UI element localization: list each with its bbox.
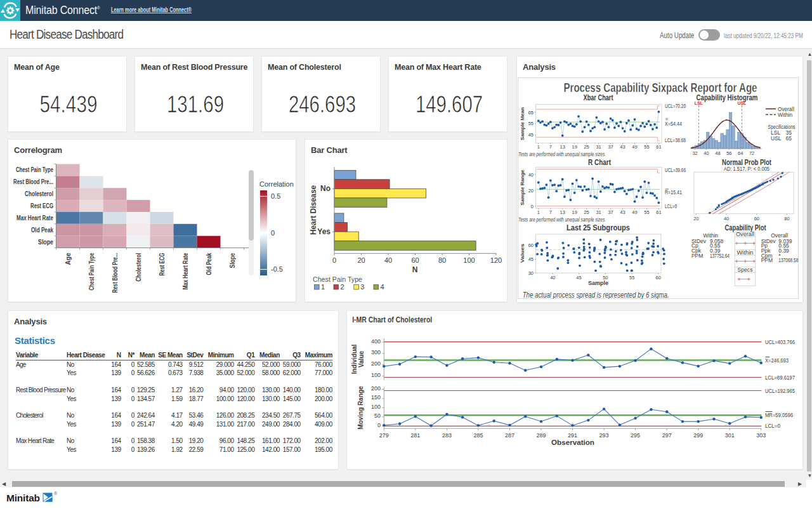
svg-text:32: 32	[692, 150, 697, 156]
svg-text:UCL=192.965: UCL=192.965	[765, 388, 795, 394]
svg-text:43: 43	[620, 144, 625, 150]
svg-text:Specs: Specs	[738, 267, 753, 273]
svg-text:Chest Pain Type: Chest Pain Type	[313, 275, 362, 283]
svg-text:1: 1	[537, 144, 540, 150]
svg-text:301: 301	[725, 432, 735, 439]
svg-text:Values: Values	[520, 243, 525, 263]
svg-text:Yes: Yes	[317, 227, 331, 236]
svg-text:281: 281	[410, 432, 420, 439]
svg-text:0.5: 0.5	[271, 192, 280, 200]
svg-text:20: 20	[693, 216, 698, 221]
svg-text:LCL=0: LCL=0	[665, 203, 677, 209]
svg-text:-0.5: -0.5	[271, 265, 283, 273]
svg-text:45: 45	[576, 275, 581, 281]
svg-text:293: 293	[599, 432, 609, 439]
svg-text:60: 60	[656, 275, 661, 281]
svg-text:Value: Value	[358, 351, 365, 368]
svg-text:LCL=89.6197: LCL=89.6197	[765, 374, 795, 381]
svg-text:7: 7	[549, 144, 552, 150]
svg-text:1: 1	[537, 209, 540, 215]
svg-text:279: 279	[379, 432, 389, 439]
svg-text:246.693: 246.693	[289, 91, 356, 117]
svg-text:AD: 1.517, P: < 0.005: AD: 1.517, P: < 0.005	[724, 166, 769, 172]
svg-text:131.69: 131.69	[167, 91, 224, 117]
svg-text:Sample Mean: Sample Mean	[520, 107, 525, 140]
svg-text:Old Peak: Old Peak	[205, 253, 213, 275]
svg-text:40: 40	[528, 172, 534, 178]
svg-text:55: 55	[644, 144, 649, 150]
svg-text:40: 40	[550, 275, 555, 281]
svg-text:40: 40	[724, 216, 729, 221]
svg-text:43: 43	[620, 209, 625, 215]
svg-text:37: 37	[608, 144, 613, 150]
svg-text:Within: Within	[737, 249, 754, 256]
svg-text:55: 55	[528, 121, 534, 126]
svg-text:200: 200	[371, 385, 381, 392]
svg-text:Moving Range: Moving Range	[357, 386, 364, 430]
svg-text:Age: Age	[64, 253, 72, 265]
svg-text:UCL=39.66: UCL=39.66	[665, 167, 686, 173]
svg-text:299: 299	[693, 432, 703, 439]
svg-text:120: 120	[490, 256, 502, 264]
svg-text:20: 20	[357, 256, 365, 264]
svg-text:No: No	[320, 184, 331, 193]
svg-text:137752.64: 137752.64	[710, 253, 730, 259]
svg-text:56: 56	[726, 150, 731, 156]
svg-text:289: 289	[536, 432, 546, 439]
svg-text:R=15.41: R=15.41	[665, 189, 682, 195]
svg-text:Process Capability Sixpack Rep: Process Capability Sixpack Report for Ag…	[564, 81, 757, 95]
svg-text:13: 13	[560, 209, 565, 215]
svg-text:0: 0	[271, 229, 275, 237]
svg-text:Chest Pain Type: Chest Pain Type	[16, 166, 53, 173]
svg-text:Slope: Slope	[228, 253, 236, 268]
svg-text:65: 65	[528, 110, 534, 116]
svg-text:MR=59.0596: MR=59.0596	[765, 412, 793, 418]
svg-text:Max Heart Rate: Max Heart Rate	[181, 253, 189, 290]
svg-text:Rest ECG: Rest ECG	[30, 202, 53, 209]
svg-text:Rest ECG: Rest ECG	[158, 253, 166, 276]
svg-text:137068.58: 137068.58	[778, 257, 798, 263]
svg-text:149.607: 149.607	[416, 91, 483, 117]
svg-text:297: 297	[662, 432, 672, 439]
svg-text:283: 283	[442, 432, 452, 439]
svg-text:80: 80	[438, 256, 446, 264]
svg-text:I-MR Chart of Cholesterol: I-MR Chart of Cholesterol	[352, 315, 432, 324]
svg-text:4: 4	[381, 283, 384, 291]
svg-text:Slope: Slope	[38, 238, 53, 246]
svg-text:54.439: 54.439	[40, 91, 98, 117]
svg-text:60: 60	[528, 242, 534, 248]
svg-text:400: 400	[371, 338, 381, 345]
svg-text:49: 49	[632, 209, 637, 215]
svg-text:0: 0	[377, 422, 381, 428]
svg-text:100: 100	[371, 372, 381, 378]
svg-text:295: 295	[631, 432, 640, 439]
svg-text:0: 0	[332, 256, 336, 264]
svg-text:Capability Histogram: Capability Histogram	[697, 93, 758, 102]
svg-text:Max Heart Rate: Max Heart Rate	[16, 214, 53, 221]
svg-text:45: 45	[528, 256, 534, 262]
svg-text:60: 60	[754, 216, 759, 221]
svg-text:UCL=403.766: UCL=403.766	[765, 339, 795, 345]
svg-text:200: 200	[371, 360, 381, 367]
svg-text:30: 30	[528, 270, 534, 276]
svg-text:60: 60	[411, 256, 419, 264]
svg-text:PPM: PPM	[761, 257, 773, 263]
svg-text:65: 65	[786, 135, 792, 142]
svg-text:UCL=70.20: UCL=70.20	[665, 103, 686, 109]
svg-text:Sample Range: Sample Range	[520, 169, 525, 206]
svg-text:291: 291	[568, 432, 577, 439]
svg-text:Sample: Sample	[588, 280, 608, 286]
svg-text:The actual process spread is r: The actual process spread is represented…	[523, 291, 669, 300]
svg-text:R Chart: R Chart	[588, 158, 612, 167]
svg-text:55: 55	[644, 209, 649, 215]
svg-text:X=246.693: X=246.693	[765, 357, 789, 364]
svg-text:13: 13	[560, 144, 565, 150]
svg-text:Overall: Overall	[736, 231, 754, 237]
svg-text:7: 7	[549, 209, 552, 215]
svg-text:31: 31	[596, 144, 601, 150]
svg-text:Individual: Individual	[351, 344, 358, 374]
svg-text:Rest Blood Pre...: Rest Blood Pre...	[13, 178, 53, 185]
svg-text:LCL=0: LCL=0	[765, 423, 780, 429]
svg-text:Last 25 Subgroups: Last 25 Subgroups	[566, 223, 630, 232]
svg-text:100: 100	[463, 256, 475, 264]
